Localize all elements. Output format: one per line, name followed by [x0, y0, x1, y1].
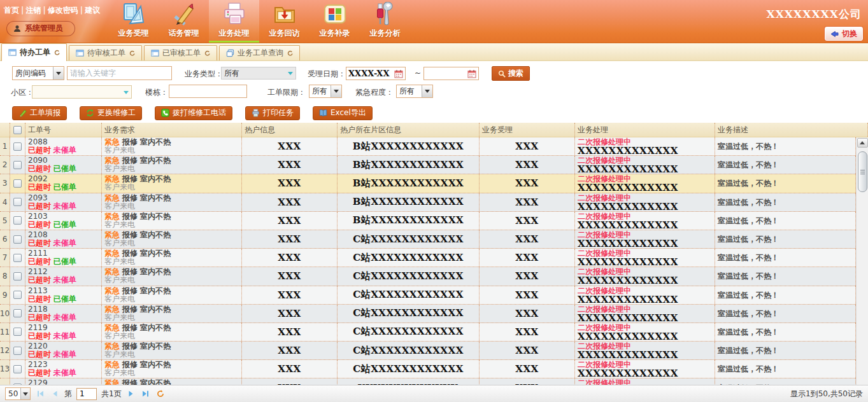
- timeout-badge: 已超时: [28, 164, 51, 173]
- tab-refresh-icon[interactable]: [129, 50, 135, 56]
- row-checkbox[interactable]: [13, 384, 22, 385]
- table-row[interactable]: 12088 已超时 未催单紧急 报修 室内不热 客户来电XXXB站XXXXXXX…: [0, 137, 856, 156]
- row-checkbox[interactable]: [13, 272, 22, 281]
- page-size-select[interactable]: 50: [5, 387, 31, 400]
- demand-text: 报修 室内不热: [122, 230, 171, 239]
- row-checkbox[interactable]: [13, 309, 22, 317]
- source-text: 客户来电: [104, 276, 241, 284]
- switch-button[interactable]: 切换: [825, 27, 863, 41]
- date-from-input[interactable]: XXXX-XX: [346, 67, 406, 80]
- acceptor-value: XXX: [515, 177, 538, 189]
- select-all-checkbox[interactable]: [13, 126, 22, 134]
- demand-cell: 紧急 报修 室内不热 客户来电: [102, 267, 242, 285]
- acceptor-value: XXX: [515, 363, 538, 375]
- scroll-up-button[interactable]: [857, 138, 868, 148]
- page-size-value: 50: [6, 388, 20, 399]
- deadline-select[interactable]: 所有: [309, 85, 342, 98]
- table-row[interactable]: 62108 已超时 未催单紧急 报修 室内不热 客户来电XXXC站XXXXXXX…: [0, 230, 856, 249]
- link-change-password[interactable]: 修改密码: [48, 6, 78, 15]
- urge-badge: 未催单: [53, 313, 76, 322]
- row-checkbox[interactable]: [13, 179, 22, 188]
- date-to-input[interactable]: [423, 67, 479, 80]
- business-type-select[interactable]: 所有: [221, 67, 296, 80]
- table-row[interactable]: 82112 已超时 未催单紧急 报修 室内不热 客户来电XXXC站XXXXXXX…: [0, 267, 856, 286]
- nav-item-supplement[interactable]: 业务补录: [309, 0, 360, 43]
- table-scrollbar[interactable]: [856, 137, 868, 385]
- row-checkbox[interactable]: [13, 216, 22, 225]
- tab-refresh-icon[interactable]: [54, 50, 60, 55]
- nav-item-callback[interactable]: 业务回访: [259, 0, 309, 43]
- timeout-badge: 已超时: [28, 146, 51, 155]
- area-cell: C站XXXXXXXXXXXX: [338, 267, 480, 285]
- calendar-icon[interactable]: [394, 69, 403, 78]
- customer-cell: XXX: [242, 137, 338, 155]
- dropdown-arrow-icon: [331, 85, 341, 97]
- refresh-button[interactable]: [155, 389, 166, 399]
- nav-item-call-mgmt[interactable]: 话务管理: [159, 0, 209, 43]
- row-checkbox[interactable]: [13, 254, 22, 262]
- table-row[interactable]: 112119 已超时 未催单紧急 报修 室内不热 客户来电XXXC站XXXXXX…: [0, 323, 856, 342]
- row-checkbox[interactable]: [13, 235, 22, 244]
- dropdown-arrow-icon: [422, 85, 432, 97]
- print-task-button[interactable]: 打印任务: [245, 106, 300, 120]
- table-row[interactable]: 142129 已超时 未催单紧急 报修 室内不热 客户来电XXXXXXXXXXX…: [0, 378, 856, 385]
- urgency-select[interactable]: 所有: [396, 85, 433, 98]
- next-page-button[interactable]: [126, 389, 136, 399]
- last-page-button[interactable]: [141, 389, 151, 399]
- checkbox-cell: [10, 286, 25, 304]
- table-row[interactable]: 92113 已超时 已催单紧急 报修 室内不热 客户来电XXXC站XXXXXXX…: [0, 286, 856, 305]
- excel-export-button[interactable]: Excel导出: [313, 106, 373, 120]
- search-button[interactable]: 搜索: [492, 66, 530, 81]
- demand-text: 报修 室内不热: [122, 249, 171, 258]
- table-row[interactable]: 102118 已超时 未催单紧急 报修 室内不热 客户来电XXXC站XXXXXX…: [0, 305, 856, 323]
- row-checkbox[interactable]: [13, 291, 22, 299]
- link-suggestion[interactable]: 建议: [85, 6, 100, 15]
- source-text: 客户来电: [104, 314, 241, 322]
- tab-to-review[interactable]: 待审核工单: [69, 45, 142, 60]
- fill-order-button[interactable]: 工单填报: [12, 106, 67, 120]
- nav-item-analysis[interactable]: 业务分析: [360, 0, 410, 43]
- row-checkbox[interactable]: [13, 365, 22, 373]
- change-worker-button[interactable]: 更换维修工: [80, 106, 142, 120]
- nav-item-accept[interactable]: 业务受理: [108, 0, 159, 43]
- building-input[interactable]: [169, 85, 246, 97]
- scrollbar-thumb[interactable]: [858, 151, 867, 192]
- tab-reviewed[interactable]: 已审核工单: [144, 45, 217, 60]
- table-row[interactable]: 42093 已超时 未催单紧急 报修 室内不热 客户来电XXXB站XXXXXXX…: [0, 193, 856, 212]
- first-page-button[interactable]: [35, 389, 45, 399]
- tab-pending[interactable]: 待办工单: [1, 43, 67, 61]
- row-checkbox[interactable]: [13, 161, 22, 169]
- acceptor-cell: XXX: [480, 156, 575, 174]
- tab-refresh-icon[interactable]: [204, 50, 210, 56]
- field-type-select[interactable]: 房间编码: [12, 66, 64, 80]
- table-row[interactable]: 132123 已超时 未催单紧急 报修 室内不热 客户来电XXXC站XXXXXX…: [0, 360, 856, 378]
- calendar-icon[interactable]: [467, 69, 476, 78]
- link-logout[interactable]: 注销: [25, 6, 41, 15]
- table-row[interactable]: 32092 已超时 已催单紧急 报修 室内不热 客户来电XXXB站XXXXXXX…: [0, 174, 856, 193]
- row-checkbox[interactable]: [13, 142, 22, 151]
- user-name: 系统管理员: [25, 23, 63, 34]
- checkbox-cell: [10, 305, 25, 322]
- checkbox-cell: [10, 249, 25, 267]
- description-cell: 室温过低，不热！: [715, 378, 856, 385]
- row-checkbox[interactable]: [13, 347, 22, 355]
- page-input[interactable]: [76, 388, 97, 400]
- excel-book-icon: [319, 109, 327, 117]
- table-row[interactable]: 72111 已超时 已催单紧急 报修 室内不热 客户来电XXXC站XXXXXXX…: [0, 249, 856, 267]
- row-checkbox[interactable]: [13, 198, 22, 206]
- community-select[interactable]: [32, 85, 132, 99]
- keyword-input[interactable]: [68, 67, 171, 80]
- prev-page-button[interactable]: [50, 389, 60, 399]
- link-home[interactable]: 首页: [4, 6, 19, 15]
- call-worker-button[interactable]: 拨打维修工电话: [155, 106, 232, 120]
- table-row[interactable]: 22090 已超时 已催单紧急 报修 室内不热 客户来电XXXB站XXXXXXX…: [0, 156, 856, 174]
- tab-refresh-icon[interactable]: [287, 50, 293, 56]
- urge-badge: 已催单: [53, 164, 76, 173]
- nav-item-process[interactable]: 业务处理: [209, 0, 259, 43]
- table-row[interactable]: 52103 已超时 已催单紧急 报修 室内不热 客户来电XXXB站XXXXXXX…: [0, 212, 856, 230]
- table-row[interactable]: 122120 已超时 未催单紧急 报修 室内不热 客户来电XXXC站XXXXXX…: [0, 342, 856, 360]
- row-checkbox[interactable]: [13, 328, 22, 336]
- tab-query[interactable]: 业务工单查询: [219, 45, 300, 60]
- acceptor-value: XXX: [515, 233, 538, 245]
- checkbox-cell: [10, 378, 25, 385]
